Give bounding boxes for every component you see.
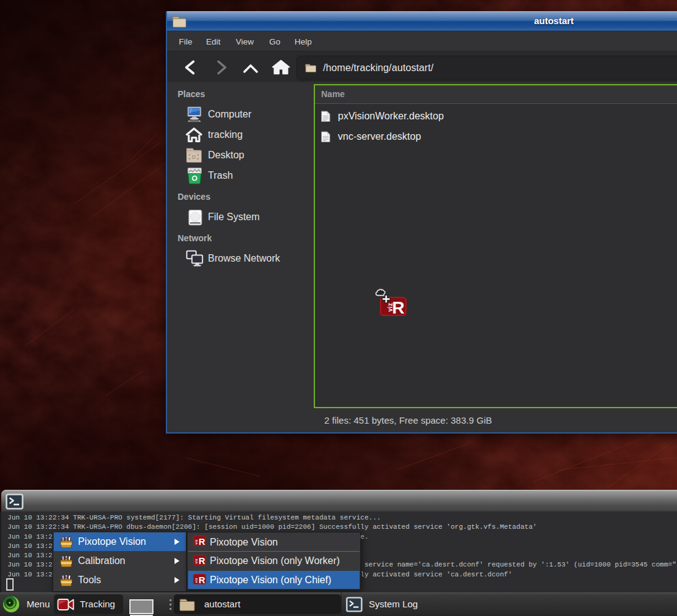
svg-text:D: D bbox=[192, 154, 196, 160]
svg-text:R: R bbox=[392, 298, 405, 317]
svg-text:viz: viz bbox=[387, 303, 394, 312]
